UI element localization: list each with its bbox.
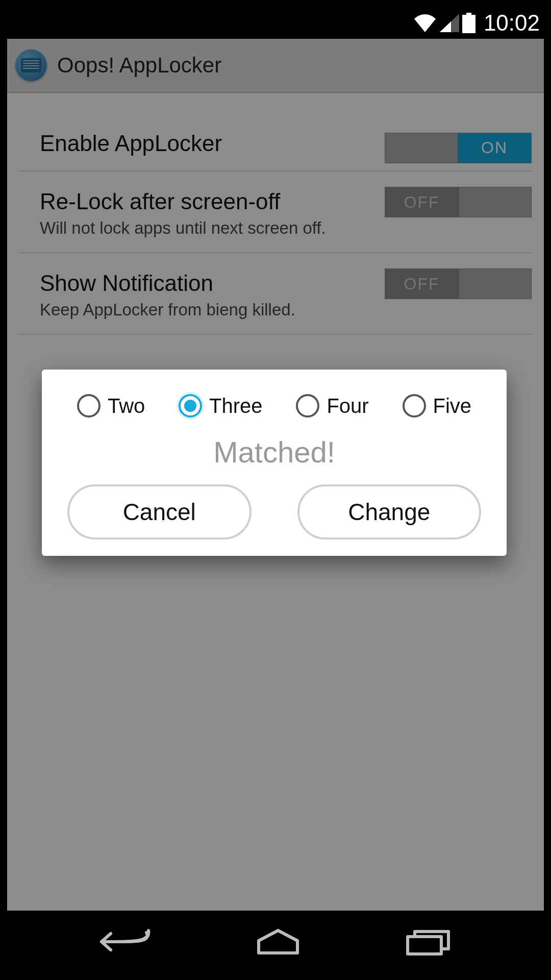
recent-apps-icon[interactable] — [403, 927, 454, 956]
status-bar: 10:02 — [7, 7, 544, 39]
radio-icon — [296, 394, 319, 418]
svg-rect-2 — [408, 937, 441, 954]
dialog-status-text: Matched! — [57, 435, 491, 469]
button-label: Cancel — [123, 498, 196, 526]
status-time: 10:02 — [484, 10, 540, 36]
radio-option-two[interactable]: Two — [77, 394, 145, 418]
letterbox-right — [544, 0, 551, 980]
radio-option-four[interactable]: Four — [296, 394, 368, 418]
back-icon[interactable] — [97, 927, 154, 956]
radio-label: Five — [433, 395, 472, 418]
svg-rect-1 — [466, 13, 471, 16]
radio-option-three[interactable]: Three — [179, 394, 263, 418]
dialog-pattern-length: Two Three Four Five Matched! Cancel Chan… — [42, 370, 507, 556]
radio-icon — [179, 394, 202, 418]
radio-row: Two Three Four Five — [57, 394, 491, 423]
battery-icon — [462, 13, 475, 33]
wifi-icon — [413, 14, 437, 32]
status-icons: 10:02 — [413, 10, 540, 36]
navigation-bar — [7, 911, 544, 973]
radio-label: Three — [209, 395, 263, 418]
radio-icon — [77, 394, 101, 418]
radio-icon — [403, 394, 426, 418]
radio-label: Four — [327, 395, 368, 418]
change-button[interactable]: Change — [297, 484, 482, 540]
letterbox-left — [0, 0, 7, 980]
svg-rect-0 — [462, 15, 475, 33]
radio-option-five[interactable]: Five — [403, 394, 472, 418]
dialog-buttons: Cancel Change — [57, 484, 491, 543]
radio-label: Two — [108, 395, 145, 418]
letterbox-top — [0, 0, 551, 7]
home-icon[interactable] — [253, 927, 304, 956]
button-label: Change — [348, 498, 430, 526]
cancel-button[interactable]: Cancel — [67, 484, 252, 540]
cell-signal-icon — [440, 14, 459, 32]
